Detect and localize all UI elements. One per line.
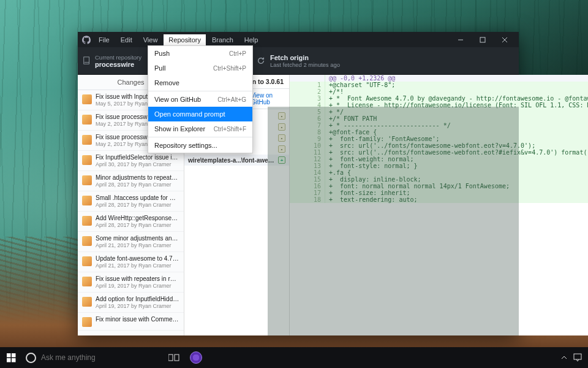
taskbar[interactable]	[0, 347, 588, 368]
titlebar[interactable]: File Edit View Repository Branch Help	[78, 32, 519, 47]
search-input[interactable]	[41, 353, 145, 362]
repository-dropdown: PushCtrl+PPullCtrl+Shift+PRemoveView on …	[148, 45, 253, 153]
menu-item-remove[interactable]: Remove	[148, 75, 252, 90]
commit-item[interactable]: Fix issue with repeaters in renderVa...A…	[78, 272, 184, 293]
diff-line: +@charset "UTF-8";	[325, 82, 588, 88]
svg-rect-0	[480, 37, 485, 42]
tray-chevron-icon[interactable]	[561, 355, 567, 361]
avatar	[82, 175, 92, 185]
avatar	[82, 256, 92, 266]
taskbar-app-github[interactable]	[185, 347, 207, 368]
task-view-icon	[168, 353, 179, 362]
commit-item[interactable]: Small .htaccess update for HTTPS re...Ap…	[78, 191, 184, 212]
diff-view[interactable]: @@ -0,0 +1,2326 @@1+@charset "UTF-8";2+/…	[290, 75, 588, 335]
line-number: 1	[290, 82, 325, 88]
avatar	[82, 277, 92, 286]
menu-item-pull[interactable]: PullCtrl+Shift+P	[148, 61, 252, 75]
commit-meta: April 19, 2017 by Ryan Cramer	[96, 283, 179, 289]
maximize-button[interactable]	[472, 33, 493, 47]
file-badge: •	[278, 112, 285, 120]
avatar	[82, 216, 92, 226]
github-desktop-icon	[190, 351, 202, 364]
system-tray[interactable]	[561, 353, 588, 362]
fetch-subtitle: Last fetched 2 minutes ago	[270, 61, 340, 68]
menu-item-push[interactable]: PushCtrl+P	[148, 46, 252, 61]
action-center-icon[interactable]	[573, 353, 582, 362]
commit-meta: April 30, 2017 by Ryan Cramer	[96, 161, 179, 167]
diff-line: + font-size: inherit;	[325, 190, 588, 196]
svg-rect-9	[574, 354, 581, 359]
menu-item-shortcut: Ctrl+Shift+P	[213, 65, 246, 72]
menu-item-label: Push	[154, 50, 170, 57]
file-badge: •	[278, 134, 285, 142]
menu-view[interactable]: View	[138, 34, 163, 45]
task-view-button[interactable]	[163, 347, 185, 368]
commit-meta: April 19, 2017 by Ryan Cramer	[96, 303, 179, 309]
diff-hunk: @@ -0,0 +1,2326 @@	[325, 75, 588, 82]
commit-title: Fix issue with repeaters in renderVa...	[96, 275, 179, 282]
line-number: 4	[290, 102, 325, 109]
repo-selector-value: processwire	[95, 61, 141, 68]
diff-line: + * Font Awesome 4.7.0 by @davegandy - h…	[325, 95, 588, 102]
file-badge: •	[278, 145, 285, 153]
commit-item[interactable]: Some minor adjustments and bump...April …	[78, 232, 184, 252]
diff-line: +/*!	[325, 88, 588, 95]
commit-title: Add option for InputfieldHidden to ...	[96, 296, 179, 302]
avatar	[82, 297, 92, 307]
menu-separator	[148, 91, 252, 91]
windows-icon	[7, 353, 16, 362]
commit-meta: April 28, 2017 by Ryan Cramer	[96, 202, 179, 208]
avatar	[82, 196, 92, 205]
start-button[interactable]	[0, 347, 22, 368]
line-number: 5	[290, 109, 325, 115]
commit-item[interactable]: Add option for InputfieldHidden to ...Ap…	[78, 293, 184, 313]
line-number: 3	[290, 95, 325, 102]
commit-meta: April 21, 2017 by Ryan Cramer	[96, 242, 179, 248]
menu-branch[interactable]: Branch	[207, 34, 238, 45]
menu-edit[interactable]: Edit	[116, 34, 137, 45]
menu-item-open-command-prompt[interactable]: Open command prompt	[148, 107, 252, 121]
line-number: 17	[290, 190, 325, 196]
taskbar-search[interactable]	[22, 347, 163, 368]
avatar	[82, 94, 92, 104]
diff-line: +@font-face {	[325, 129, 588, 136]
commit-item[interactable]: Fix minor issue with CommentForm...	[78, 313, 184, 331]
menu-repository[interactable]: Repository	[164, 34, 206, 45]
file-name: wire\templates-a...\font-awesome.css	[188, 157, 276, 164]
diff-line: + display: inline-block;	[325, 176, 588, 183]
menu-item-view-on-github[interactable]: View on GitHubCtrl+Alt+G	[148, 92, 252, 107]
menu-item-show-in-explorer[interactable]: Show in ExplorerCtrl+Shift+F	[148, 121, 252, 136]
avatar	[82, 317, 92, 327]
commit-item[interactable]: Add WireHttp::getResponseHeader...April …	[78, 212, 184, 232]
file-item[interactable]: wire\templates-a...\font-awesome.css+	[184, 155, 289, 166]
minimize-button[interactable]	[450, 33, 471, 47]
diff-line: + font-weight: normal;	[325, 156, 588, 163]
menu-help[interactable]: Help	[239, 34, 263, 45]
diff-line: + text-rendering: auto;	[325, 196, 588, 203]
diff-line: + */	[325, 109, 588, 115]
svg-rect-5	[7, 358, 11, 362]
menu-bar: File Edit View Repository Branch Help	[94, 34, 263, 45]
line-number: 10	[290, 142, 325, 149]
menu-item-repository-settings-[interactable]: Repository settings...	[148, 138, 252, 153]
line-number: 6	[290, 115, 325, 122]
avatar	[82, 155, 92, 165]
fetch-button[interactable]: Fetch origin Last fetched 2 minutes ago	[251, 47, 519, 74]
file-badge: •	[278, 123, 285, 131]
line-number: 11	[290, 149, 325, 156]
menu-item-label: Open command prompt	[154, 110, 225, 118]
line-number: 7	[290, 122, 325, 129]
commit-item[interactable]: Minor adjustments to repeater and ...Apr…	[78, 171, 184, 191]
menu-item-label: View on GitHub	[154, 96, 201, 103]
commit-item[interactable]: Fix InputfieldSelector issue identifie..…	[78, 151, 184, 171]
commit-title: Small .htaccess update for HTTPS re...	[96, 194, 179, 201]
commit-title: Update font-awesome to 4.7 per pr...	[96, 255, 179, 262]
file-badge: +	[278, 156, 285, 164]
sync-icon	[257, 56, 265, 65]
menu-file[interactable]: File	[94, 34, 115, 45]
menu-separator	[148, 137, 252, 137]
close-button[interactable]	[494, 33, 515, 47]
commit-item[interactable]: Update font-awesome to 4.7 per pr...Apri…	[78, 252, 184, 272]
toolbar: Current repository processwire Fetch ori…	[78, 47, 519, 75]
svg-rect-6	[12, 358, 16, 362]
